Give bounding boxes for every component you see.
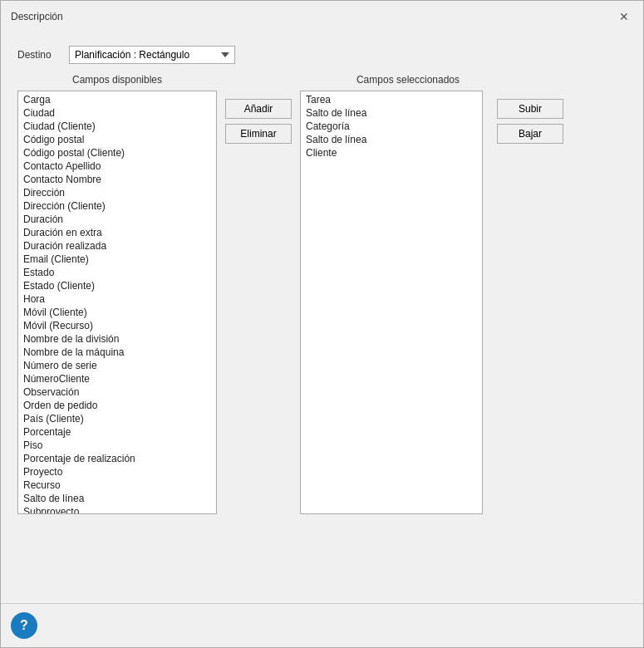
list-item[interactable]: Cliente: [301, 146, 482, 160]
list-item[interactable]: Orden de pedido: [18, 399, 216, 412]
list-item[interactable]: Salto de línea: [301, 133, 482, 146]
selected-fields-header: Campos seleccionados: [317, 74, 499, 86]
remove-button[interactable]: Eliminar: [225, 124, 292, 144]
list-item[interactable]: Tarea: [301, 93, 482, 106]
list-item[interactable]: Contacto Apellido: [18, 160, 216, 173]
title-bar: Descripción ✕: [1, 1, 643, 32]
list-item[interactable]: Duración: [18, 213, 216, 226]
list-item[interactable]: Nombre de la máquina: [18, 346, 216, 359]
list-item[interactable]: Email (Cliente): [18, 253, 216, 266]
destino-row: Destino Planificación : Rectángulo: [17, 46, 627, 64]
list-item[interactable]: Recurso: [18, 479, 216, 492]
list-item[interactable]: Contacto Nombre: [18, 173, 216, 186]
list-item[interactable]: Estado: [18, 266, 216, 279]
close-button[interactable]: ✕: [615, 7, 633, 26]
add-button[interactable]: Añadir: [225, 99, 292, 119]
list-item[interactable]: Categoría: [301, 120, 482, 133]
list-item[interactable]: Salto de línea: [18, 492, 216, 505]
list-item[interactable]: Subproyecto: [18, 505, 216, 514]
list-item[interactable]: Ciudad: [18, 106, 216, 120]
list-item[interactable]: Móvil (Recurso): [18, 319, 216, 332]
columns-section: Campos disponibles Campos seleccionados …: [17, 74, 627, 590]
list-item[interactable]: Número de serie: [18, 359, 216, 372]
dialog: Descripción ✕ Destino Planificación : Re…: [0, 0, 644, 648]
middle-buttons: Añadir Eliminar: [217, 91, 300, 144]
down-button[interactable]: Bajar: [497, 124, 563, 144]
list-item[interactable]: Observación: [18, 385, 216, 399]
help-button[interactable]: ?: [11, 612, 37, 639]
list-item[interactable]: Porcentaje de realización: [18, 452, 216, 465]
list-item[interactable]: NúmeroCliente: [18, 372, 216, 385]
destino-select[interactable]: Planificación : Rectángulo: [69, 46, 235, 64]
columns-main: CargaCiudadCiudad (Cliente)Código postal…: [17, 91, 627, 590]
list-item[interactable]: Estado (Cliente): [18, 279, 216, 292]
list-item[interactable]: Salto de línea: [301, 106, 482, 120]
list-item[interactable]: Carga: [18, 93, 216, 106]
columns-headers: Campos disponibles Campos seleccionados: [17, 74, 627, 86]
list-item[interactable]: Duración realizada: [18, 239, 216, 253]
list-item[interactable]: País (Cliente): [18, 412, 216, 425]
list-item[interactable]: Móvil (Cliente): [18, 306, 216, 319]
available-fields-list[interactable]: CargaCiudadCiudad (Cliente)Código postal…: [17, 91, 217, 514]
list-item[interactable]: Código postal (Cliente): [18, 146, 216, 160]
footer: ?: [1, 604, 643, 647]
list-item[interactable]: Nombre de la división: [18, 332, 216, 346]
available-fields-header: Campos disponibles: [17, 74, 217, 86]
selected-fields-list[interactable]: TareaSalto de líneaCategoríaSalto de lín…: [300, 91, 483, 514]
list-item[interactable]: Duración en extra: [18, 226, 216, 239]
list-item[interactable]: Porcentaje: [18, 425, 216, 439]
list-item[interactable]: Dirección (Cliente): [18, 199, 216, 213]
dialog-title: Descripción: [11, 11, 63, 22]
list-item[interactable]: Dirección: [18, 186, 216, 199]
list-item[interactable]: Proyecto: [18, 465, 216, 479]
list-item[interactable]: Piso: [18, 439, 216, 452]
list-item[interactable]: Ciudad (Cliente): [18, 120, 216, 133]
destino-label: Destino: [17, 49, 59, 61]
list-item[interactable]: Hora: [18, 292, 216, 306]
dialog-content: Destino Planificación : Rectángulo Campo…: [1, 32, 643, 603]
up-button[interactable]: Subir: [497, 99, 563, 119]
list-item[interactable]: Código postal: [18, 133, 216, 146]
right-buttons: Subir Bajar: [493, 91, 568, 144]
